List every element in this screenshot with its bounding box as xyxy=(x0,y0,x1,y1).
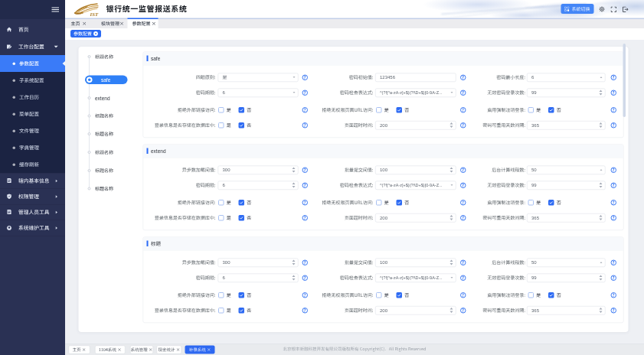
svg-text:IST: IST xyxy=(90,11,99,17)
